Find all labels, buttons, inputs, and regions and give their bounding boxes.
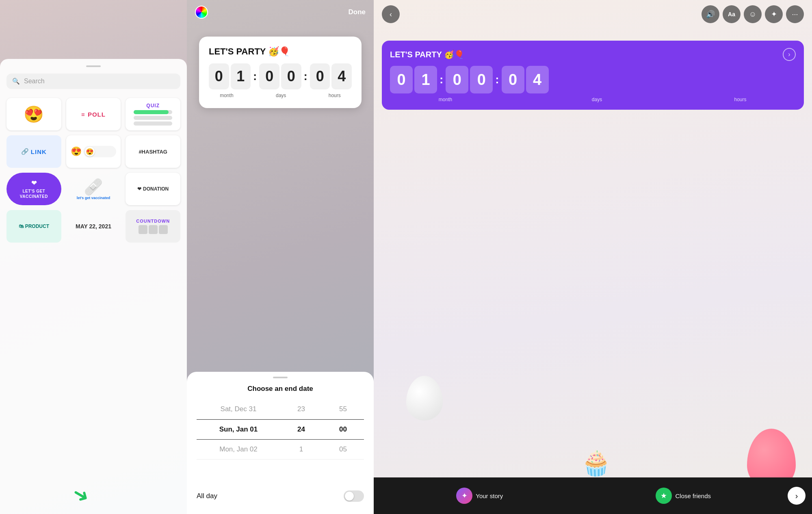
- p3-digit-1: 1: [414, 66, 437, 93]
- date-col-0: Sat, Dec 31: [197, 405, 280, 413]
- sticker-bandage[interactable]: 🩹 let's get vaccinated: [66, 173, 121, 205]
- face-icon: ☺: [749, 10, 756, 19]
- product-label: PRODUCT: [25, 223, 49, 229]
- p3-colon-1: :: [440, 73, 443, 86]
- date-picker-title: Choose an end date: [197, 385, 364, 393]
- p3-label-month: month: [390, 97, 501, 102]
- hour-col-0: 23: [280, 405, 322, 413]
- close-friends-icon: ★: [656, 488, 672, 504]
- p3-digit-3: 0: [470, 66, 493, 93]
- label-days-text: days: [276, 93, 286, 98]
- sheet-handle: [273, 377, 288, 378]
- p3-label-hours-text: hours: [734, 97, 746, 102]
- bandage-emoji: 🩹: [84, 178, 103, 196]
- your-story-icon: ✦: [456, 488, 472, 504]
- sparkle-icon: ✦: [771, 10, 777, 19]
- more-icon: ···: [792, 10, 798, 19]
- sticker-link[interactable]: 🔗 LINK: [6, 135, 61, 168]
- sound-button[interactable]: 🔊: [702, 5, 719, 23]
- more-button[interactable]: ···: [786, 5, 804, 23]
- sparkle-button[interactable]: ✦: [765, 5, 783, 23]
- search-bar[interactable]: 🔍 Search: [6, 74, 180, 89]
- poll-icon: ≡: [81, 111, 85, 118]
- date-label: MAY 22, 2021: [76, 223, 111, 230]
- sticker-poll[interactable]: ≡ POLL: [66, 98, 121, 130]
- sticker-date[interactable]: MAY 22, 2021: [66, 210, 121, 243]
- p3-digit-4: 0: [502, 66, 524, 93]
- digit-3: 0: [281, 63, 301, 89]
- close-friends-star-icon: ★: [660, 491, 667, 500]
- date-picker-sheet: Choose an end date Sat, Dec 31 23 55 Sun…: [187, 372, 374, 514]
- slider-track: 😍: [83, 146, 116, 157]
- your-story-label: Your story: [476, 492, 503, 499]
- p3-digit-5: 4: [526, 66, 549, 93]
- sticker-emoji[interactable]: 😍: [6, 98, 61, 130]
- next-button[interactable]: ›: [788, 487, 806, 505]
- slider-thumb: 😍: [85, 147, 95, 156]
- date-row-0[interactable]: Sat, Dec 31 23 55: [197, 399, 364, 419]
- search-placeholder: Search: [24, 78, 45, 85]
- date-row-1[interactable]: Sun, Jan 01 24 00: [197, 419, 364, 440]
- sticker-sheet: 🔍 Search 😍 ≡ POLL QUIZ 🔗 LINK: [0, 59, 187, 514]
- label-days: days: [276, 93, 286, 98]
- top-right-icons: 🔊 Aa ☺ ✦ ···: [702, 5, 804, 23]
- link-icon: 🔗: [21, 148, 29, 155]
- slider-emoji: 😍: [71, 146, 82, 157]
- p3-digit-2: 0: [446, 66, 468, 93]
- sticker-product[interactable]: 🛍 PRODUCT: [6, 210, 61, 243]
- colon-1: :: [253, 70, 257, 83]
- sticker-vaccinated[interactable]: ❤ LET'S GET VACCINATED: [6, 173, 61, 205]
- min-col-0: 55: [322, 405, 364, 413]
- digit-2: 0: [259, 63, 279, 89]
- sticker-donation[interactable]: ❤ DONATION: [126, 173, 180, 205]
- product-bag-icon: 🛍: [19, 223, 24, 229]
- sheet-handle: [86, 65, 101, 67]
- min-col-2: 05: [322, 445, 364, 453]
- colon-2: :: [304, 70, 307, 83]
- donation-heart-icon: ❤: [137, 186, 141, 192]
- sticker-quiz[interactable]: QUIZ: [126, 98, 180, 130]
- digit-4: 0: [310, 63, 330, 89]
- your-story-button[interactable]: ✦ Your story: [380, 488, 579, 504]
- poll-label: POLL: [88, 111, 106, 118]
- text-button[interactable]: Aa: [723, 5, 741, 23]
- label-month: month: [220, 93, 233, 98]
- min-col-1: 00: [322, 425, 364, 434]
- vaccinated-heart-icon: ❤: [31, 179, 37, 187]
- p3-digit-0: 0: [390, 66, 413, 93]
- countdown-block-2: [149, 225, 158, 234]
- all-day-toggle[interactable]: [344, 490, 364, 502]
- date-picker-scroll[interactable]: Sat, Dec 31 23 55 Sun, Jan 01 24 00 Mon,…: [197, 399, 364, 481]
- countdown-block-3: [159, 225, 168, 234]
- label-hours-text: hours: [329, 93, 341, 98]
- p3-label-hours: hours: [685, 97, 796, 102]
- sticker-hashtag[interactable]: #HASHTAG: [126, 135, 180, 168]
- text-icon: Aa: [728, 11, 735, 17]
- countdown-preview-title: LET'S PARTY 🥳🎈: [209, 46, 352, 57]
- story-bottom-bar: ✦ Your story ★ Close friends ›: [374, 477, 812, 514]
- countdown-preview-card[interactable]: LET'S PARTY 🥳🎈 0 1 : 0 0 : 0 4 month day…: [199, 37, 362, 108]
- next-icon: ›: [795, 491, 798, 501]
- all-day-row: All day: [197, 487, 364, 502]
- close-friends-button[interactable]: ★ Close friends: [584, 488, 783, 504]
- story-countdown-arrow[interactable]: ›: [783, 48, 796, 61]
- quiz-bar: [134, 110, 172, 114]
- sticker-countdown[interactable]: COUNTDOWN: [126, 210, 180, 243]
- color-wheel-button[interactable]: [195, 6, 208, 19]
- panel-sticker-picker: 🔍 Search 😍 ≡ POLL QUIZ 🔗 LINK: [0, 0, 187, 514]
- sticker-emoji-slider[interactable]: 😍 😍: [66, 135, 121, 168]
- bandage-label: let's get vaccinated: [77, 196, 110, 200]
- toggle-thumb: [345, 492, 354, 501]
- p3-label-month-text: month: [439, 97, 452, 102]
- hashtag-label: #HASHTAG: [139, 149, 167, 155]
- story-countdown-sticker[interactable]: LET'S PARTY 🥳🎈 › 0 1 : 0 0 : 0 4 month d…: [382, 41, 804, 110]
- story-countdown-title: LET'S PARTY 🥳🎈: [390, 50, 464, 59]
- face-button[interactable]: ☺: [744, 5, 762, 23]
- sound-icon: 🔊: [706, 10, 715, 19]
- your-story-icon-glyph: ✦: [461, 491, 468, 500]
- date-row-2[interactable]: Mon, Jan 02 1 05: [197, 440, 364, 460]
- back-button[interactable]: ‹: [382, 5, 400, 23]
- cupcake-decoration: 🧁: [581, 449, 611, 477]
- digit-0: 0: [209, 63, 229, 89]
- done-button[interactable]: Done: [349, 8, 366, 16]
